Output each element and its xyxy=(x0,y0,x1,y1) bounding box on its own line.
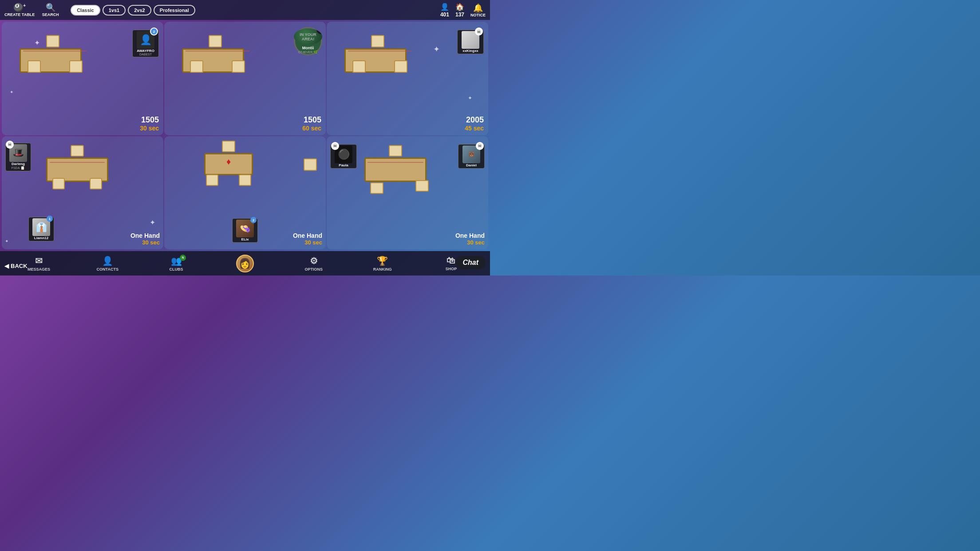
score-area-1: 1505 30 sec xyxy=(140,116,159,132)
player-name-elix: ELix xyxy=(241,237,249,241)
player-badge-daniel: 🐻 ☠ Daniel xyxy=(458,144,485,169)
notice-button[interactable]: 🔔 NOTICE xyxy=(470,3,486,17)
player-avatar: 👩 xyxy=(236,255,254,272)
player-tag-awayfro: DABEST xyxy=(139,53,152,56)
mode-classic[interactable]: Classic xyxy=(71,5,100,16)
score-area-4: One Hand 30 sec xyxy=(130,232,160,246)
mode-tabs: Classic 1vs1 2vs2 Professional xyxy=(71,5,195,16)
num-badge-1: 2 xyxy=(151,28,157,35)
player-badge-awayfro: 👤 ☠ 2 AWAYFRO DABEST xyxy=(132,30,159,57)
ranking-icon: 🏆 xyxy=(377,256,388,266)
messages-icon: ✉ xyxy=(35,256,43,266)
nav-avatar[interactable]: 👩 xyxy=(232,255,258,272)
player-badge-darleng: 🎩 ☠ Darleng FSDA 📋 xyxy=(5,143,31,171)
score-area-6: One Hand 30 sec xyxy=(455,232,485,246)
nav-ranking[interactable]: 🏆 RANKING xyxy=(369,256,396,272)
player-name-xxkingxx: xxKingxx xyxy=(462,49,478,53)
skull-icon-daniel: ☠ xyxy=(476,142,484,150)
back-button[interactable]: ◀ BACK xyxy=(4,263,28,269)
table-card-6[interactable]: ✦ ⚫ ☠ Paula 🐻 ☠ xyxy=(327,136,488,250)
chat-button[interactable]: Chat xyxy=(455,256,486,269)
nav-messages[interactable]: ✉ MESSAGES xyxy=(25,256,52,272)
create-table-icon: 🎱+ xyxy=(13,4,26,12)
table-card-1[interactable]: ✦ ✦ 👤 ☠ 2 AWAYFRO DABEST xyxy=(2,22,163,135)
player-name-liamn12: Liamn12 xyxy=(34,236,48,240)
notice-icon: 🔔 xyxy=(473,3,483,13)
player-tag-montii: OT4EVER xyxy=(298,51,313,54)
player-badge-paula: ⚫ ☠ Paula xyxy=(330,144,357,169)
player-name-darleng: Darleng xyxy=(12,162,25,166)
player-badge-montii: IN YOURAREA! ☠ Montii OT4EVER 🌿 xyxy=(294,27,322,55)
num-badge-liamn: 1 xyxy=(47,216,53,222)
top-bar: 🎱+ CREATE TABLE 🔍 SEARCH Classic 1vs1 2v… xyxy=(0,0,490,20)
score-area-2: 1505 60 sec xyxy=(302,116,321,132)
contacts-icon: 👤 xyxy=(440,3,449,11)
table-card-2[interactable]: ✦ IN YOURAREA! ☠ Montii OT4EVER 🌿 xyxy=(164,22,326,135)
top-right-area: 👤 401 🏠 137 🔔 NOTICE xyxy=(440,3,486,18)
player-name-awayfro: AWAYFRO xyxy=(137,49,154,53)
skull-icon-darleng: ☠ xyxy=(6,141,14,149)
player-badge-xxkingxx: ☠ xxKingxx xyxy=(457,30,484,54)
create-table-button[interactable]: 🎱+ CREATE TABLE xyxy=(4,4,35,17)
player-badge-elix: 👒 2 ELix xyxy=(232,218,258,243)
clubs-badge: N xyxy=(180,255,186,261)
contacts-stat[interactable]: 👤 401 xyxy=(440,3,449,18)
search-icon: 🔍 xyxy=(46,4,55,12)
player-badge-liamn12: 👔 1 Liamn12 xyxy=(28,217,54,241)
table-card-5[interactable]: ♦ 👒 2 ELix One Hand 30 sec xyxy=(164,136,326,250)
table-card-3[interactable]: ✦ ✦ ☠ xxKingxx 2005 45 sec xyxy=(327,22,488,135)
skull-icon-montii: ☠ xyxy=(316,28,322,34)
nav-contacts[interactable]: 👤 CONTACTS xyxy=(94,256,121,272)
friends-stat[interactable]: 🏠 137 xyxy=(455,3,464,18)
shop-icon: 🛍 xyxy=(447,256,455,266)
nav-options[interactable]: ⚙ OPTIONS xyxy=(300,256,327,272)
back-arrow-icon: ◀ xyxy=(4,263,9,269)
skull-icon-paula: ☠ xyxy=(331,142,339,150)
mode-professional[interactable]: Professional xyxy=(154,5,195,16)
skull-icon-3: ☠ xyxy=(475,28,483,35)
player-name-daniel: Daniel xyxy=(466,163,477,167)
mode-1vs1[interactable]: 1vs1 xyxy=(103,5,126,16)
score-area-5: One Hand 30 sec xyxy=(293,232,322,246)
bottom-nav: ◀ BACK ✉ MESSAGES 👤 CONTACTS 👥 N CLUBS 👩… xyxy=(0,251,490,276)
player-name-montii: Montii xyxy=(302,46,314,50)
num-badge-elix: 2 xyxy=(250,217,257,223)
score-area-3: 2005 45 sec xyxy=(465,116,484,132)
options-icon: ⚙ xyxy=(310,256,318,266)
tables-grid: ✦ ✦ 👤 ☠ 2 AWAYFRO DABEST xyxy=(0,20,490,251)
mode-2vs2[interactable]: 2vs2 xyxy=(128,5,151,16)
contacts-nav-icon: 👤 xyxy=(102,256,113,266)
search-button[interactable]: 🔍 SEARCH xyxy=(38,4,63,17)
nav-clubs[interactable]: 👥 N CLUBS xyxy=(163,256,190,272)
player-name-paula: Paula xyxy=(339,163,348,167)
friends-icon: 🏠 xyxy=(455,3,464,11)
table-card-4[interactable]: ✦ ✦ ✦ 🎩 ☠ Darleng xyxy=(2,136,163,250)
